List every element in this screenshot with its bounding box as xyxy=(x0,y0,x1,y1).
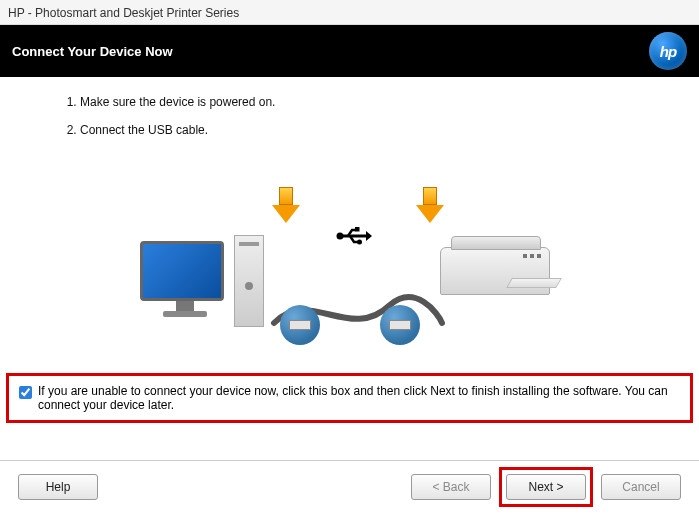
svg-marker-2 xyxy=(366,231,372,241)
cancel-button[interactable]: Cancel xyxy=(601,474,681,500)
hp-logo-text: hp xyxy=(660,43,676,60)
connect-later-checkbox[interactable] xyxy=(19,386,32,399)
printer-icon xyxy=(440,247,560,317)
computer-tower-icon xyxy=(234,235,264,327)
next-button[interactable]: Next > xyxy=(506,474,586,500)
wizard-header: Connect Your Device Now hp xyxy=(0,25,699,77)
hp-logo: hp xyxy=(649,32,687,70)
usb-plug-icon xyxy=(380,305,420,345)
connect-later-label: If you are unable to connect your device… xyxy=(38,384,680,412)
help-button[interactable]: Help xyxy=(18,474,98,500)
window-title: HP - Photosmart and Deskjet Printer Seri… xyxy=(0,0,699,25)
computer-monitor-icon xyxy=(140,241,230,313)
page-title: Connect Your Device Now xyxy=(12,44,173,59)
content-area: Make sure the device is powered on. Conn… xyxy=(0,77,699,357)
arrow-down-icon xyxy=(272,187,300,231)
next-button-highlight: Next > xyxy=(499,467,593,507)
instruction-step-1: Make sure the device is powered on. xyxy=(80,95,659,109)
svg-rect-3 xyxy=(355,227,360,232)
connection-diagram xyxy=(140,197,560,357)
arrow-down-icon xyxy=(416,187,444,231)
usb-plug-icon xyxy=(280,305,320,345)
instruction-step-2: Connect the USB cable. xyxy=(80,123,659,137)
connect-later-option: If you are unable to connect your device… xyxy=(6,373,693,423)
back-button[interactable]: < Back xyxy=(411,474,491,500)
usb-icon xyxy=(336,223,372,253)
instruction-list: Make sure the device is powered on. Conn… xyxy=(80,95,659,137)
divider xyxy=(0,460,699,461)
svg-point-4 xyxy=(357,240,362,245)
button-row: Help < Back Next > Cancel xyxy=(0,467,699,507)
